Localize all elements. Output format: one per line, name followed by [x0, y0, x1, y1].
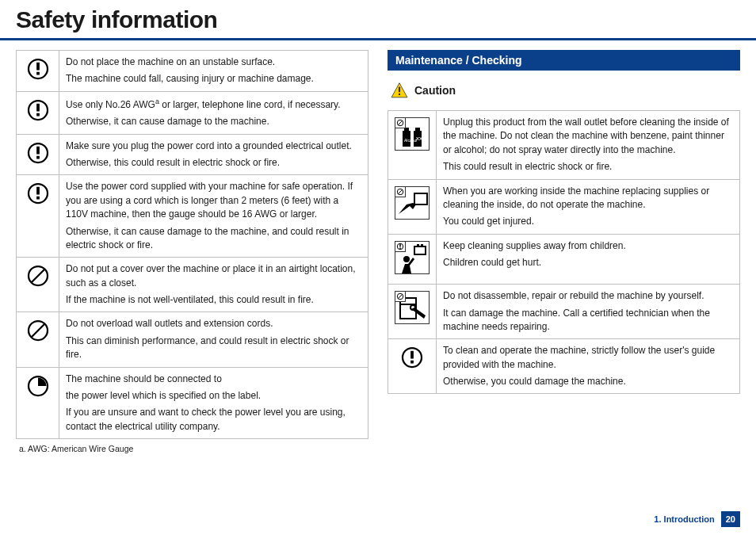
- caution-row: Caution: [391, 82, 740, 99]
- svg-line-15: [31, 324, 44, 338]
- paragraph: If you are unsure and want to check the …: [66, 406, 361, 434]
- icon-cell: [388, 179, 437, 234]
- caution-label: Caution: [414, 84, 456, 97]
- page-title: Safety information: [16, 6, 740, 33]
- table-row: When you are working inside the machine …: [388, 179, 740, 234]
- svg-rect-8: [36, 155, 40, 159]
- table-row: Make sure you plug the power cord into a…: [17, 134, 368, 175]
- svg-rect-19: [399, 94, 400, 95]
- paragraph: It can damage the machine. Call a certif…: [443, 307, 733, 334]
- svg-rect-1: [36, 63, 40, 71]
- paragraph: Keep cleaning supplies away from childre…: [443, 239, 733, 253]
- svg-rect-34: [414, 246, 426, 254]
- svg-rect-33: [399, 247, 401, 249]
- svg-rect-18: [399, 87, 400, 93]
- section-heading: Maintenance / Checking: [388, 50, 740, 71]
- text-cell: Keep cleaning supplies away from childre…: [437, 234, 740, 284]
- icon-cell: [17, 51, 59, 92]
- svg-line-21: [398, 120, 403, 125]
- svg-rect-30: [414, 193, 427, 204]
- text-cell: Use only No.26 AWGa or larger, telephone…: [59, 91, 368, 134]
- text-cell: To clean and operate the machine, strict…: [437, 339, 740, 394]
- paragraph: The machine should be connected to: [66, 373, 361, 386]
- table-row: Do not overload wall outlets and extensi…: [17, 312, 368, 367]
- paragraph: Unplug this product from the wall outlet…: [443, 116, 733, 157]
- svg-point-42: [410, 305, 415, 310]
- paragraph: the power level which is specified on th…: [66, 389, 361, 403]
- svg-rect-5: [36, 113, 40, 117]
- warning-circle-icon: [400, 346, 424, 369]
- paragraph: You could get injured.: [443, 215, 733, 228]
- table-row: Do not put a cover over the machine or p…: [17, 258, 368, 312]
- paragraph: Do not disassemble, repair or rebuild th…: [443, 289, 733, 303]
- text-cell: Unplug this product from the wall outlet…: [437, 111, 740, 180]
- icon-cell: [17, 367, 59, 439]
- paragraph: Use only No.26 AWGa or larger, telephone…: [66, 97, 361, 112]
- icon-cell: [17, 134, 59, 175]
- paragraph: Do not overload wall outlets and extensi…: [66, 317, 361, 331]
- paragraph: If the machine is not well-ventilated, t…: [66, 293, 361, 307]
- icon-cell: [388, 234, 437, 284]
- svg-rect-2: [36, 72, 40, 75]
- paragraph: Otherwise, this could result in electric…: [66, 156, 361, 170]
- footnote: a. AWG: American Wire Gauge: [16, 444, 368, 453]
- paragraph: This can diminish performance, and could…: [66, 334, 361, 362]
- svg-text:Alcohol: Alcohol: [404, 138, 417, 143]
- svg-rect-7: [36, 146, 40, 154]
- table-row: Keep cleaning supplies away from childre…: [388, 234, 740, 284]
- keep-from-children-pictogram-icon: [395, 241, 430, 274]
- text-cell: Use the power cord supplied with your ma…: [59, 175, 368, 258]
- text-fragment: or larger, telephone line cord, if neces…: [159, 99, 341, 110]
- paragraph: To clean and operate the machine, strict…: [443, 344, 733, 372]
- paragraph: Use the power cord supplied with your ma…: [66, 180, 361, 221]
- no-chemicals-pictogram-icon: Alcohol xx: [395, 117, 430, 151]
- page-number-badge: 20: [721, 511, 740, 527]
- svg-text:xx: xx: [416, 135, 422, 142]
- paragraph: Make sure you plug the power cord into a…: [66, 139, 361, 153]
- chapter-label: 1. Introduction: [654, 514, 714, 524]
- safety-table-left: Do not place the machine on an unstable …: [16, 50, 368, 439]
- content-columns: Do not place the machine on an unstable …: [0, 50, 756, 453]
- table-row: Use the power cord supplied with your ma…: [17, 175, 368, 258]
- svg-point-37: [403, 256, 410, 262]
- paragraph: Do not place the machine on an unstable …: [66, 55, 361, 69]
- table-row: To clean and operate the machine, strict…: [388, 339, 740, 394]
- icon-cell: [17, 258, 59, 312]
- svg-rect-4: [36, 104, 40, 112]
- text-cell: Do not place the machine on an unstable …: [59, 51, 368, 92]
- svg-line-13: [31, 269, 44, 283]
- paragraph: Otherwise, it can cause damage to the ma…: [66, 115, 361, 128]
- warning-circle-icon: [26, 141, 50, 165]
- caution-triangle-icon: [391, 82, 408, 99]
- paragraph: This could result in electric shock or f…: [443, 160, 733, 174]
- icon-cell: [17, 312, 59, 367]
- svg-rect-10: [36, 187, 40, 195]
- warning-circle-icon: [26, 182, 50, 205]
- paragraph: When you are working inside the machine …: [443, 185, 733, 212]
- icon-cell: [388, 339, 437, 394]
- svg-rect-44: [410, 351, 414, 359]
- svg-rect-36: [421, 244, 423, 246]
- text-cell: Do not overload wall outlets and extensi…: [59, 312, 368, 367]
- icon-cell: Alcohol xx: [388, 111, 437, 180]
- svg-rect-35: [417, 244, 419, 246]
- table-row: The machine should be connected to the p…: [17, 367, 368, 439]
- right-column: Maintenance / Checking Caution: [388, 50, 740, 453]
- svg-line-39: [398, 294, 403, 299]
- table-row: Use only No.26 AWGa or larger, telephone…: [17, 91, 368, 134]
- prohibit-icon: [26, 319, 50, 342]
- icon-cell: [388, 285, 437, 339]
- left-column: Do not place the machine on an unstable …: [16, 50, 368, 453]
- safety-table-right: Alcohol xx Unplug this product from the …: [388, 110, 740, 394]
- svg-rect-45: [410, 361, 414, 364]
- svg-line-29: [398, 189, 403, 194]
- page-footer: 1. Introduction 20: [654, 511, 740, 527]
- paragraph: Children could get hurt.: [443, 256, 733, 269]
- table-row: Do not disassemble, repair or rebuild th…: [388, 285, 740, 339]
- paragraph: Otherwise, you could damage the machine.: [443, 375, 733, 388]
- paragraph: Otherwise, it can cause damage to the ma…: [66, 225, 361, 253]
- text-cell: Do not disassemble, repair or rebuild th…: [437, 285, 740, 339]
- text-fragment: Use only No.26 AWG: [66, 99, 155, 110]
- text-cell: Make sure you plug the power cord into a…: [59, 134, 368, 175]
- svg-rect-32: [399, 244, 401, 247]
